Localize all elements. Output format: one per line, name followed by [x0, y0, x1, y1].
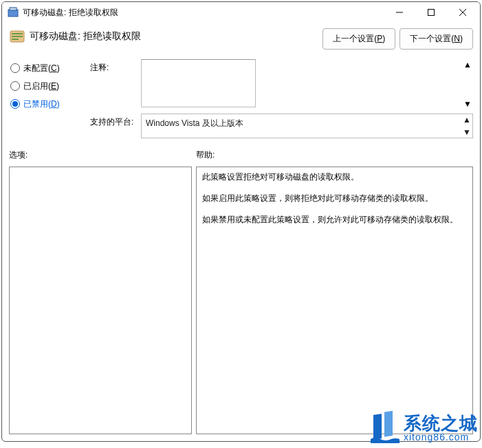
- section-labels: 选项: 帮助:: [2, 142, 480, 164]
- platform-row: 支持的平台: Windows Vista 及以上版本 ▲ ▼: [90, 114, 473, 138]
- options-panel: [9, 167, 192, 434]
- supported-platform-box: Windows Vista 及以上版本 ▲ ▼: [141, 114, 473, 138]
- next-setting-button[interactable]: 下一个设置(N): [399, 28, 473, 50]
- radio-circle-icon: [10, 63, 20, 73]
- previous-setting-button[interactable]: 上一个设置(P): [322, 28, 395, 50]
- next-btn-key: N: [454, 34, 460, 43]
- scroll-down-icon[interactable]: ▼: [463, 99, 472, 109]
- radio-circle-icon: [10, 99, 20, 109]
- panels-row: 此策略设置拒绝对可移动磁盘的读取权限。 如果启用此策略设置，则将拒绝对此可移动存…: [2, 164, 480, 441]
- svg-rect-1: [10, 8, 17, 10]
- next-btn-text: 下一个设置: [410, 34, 451, 43]
- watermark-text: 系统之城 xitong86.com: [404, 414, 478, 442]
- radio-label-dis: 已禁用(D): [23, 98, 60, 110]
- dis-key: D: [51, 99, 57, 109]
- scroll-down-icon[interactable]: ▼: [463, 127, 471, 137]
- nc-text: 未配置: [23, 63, 48, 73]
- help-panel: 此策略设置拒绝对可移动磁盘的读取权限。 如果启用此策略设置，则将拒绝对此可移动存…: [196, 167, 473, 434]
- window-title: 可移动磁盘: 拒绝读取权限: [23, 7, 384, 19]
- policy-title: 可移动磁盘: 拒绝读取权限: [30, 28, 322, 43]
- configuration-row: 未配置(C) 已启用(E) 已禁用(D) 注释: ▲ ▼ 支持的平台:: [2, 56, 480, 142]
- header-row: 可移动磁盘: 拒绝读取权限 上一个设置(P) 下一个设置(N): [2, 23, 480, 52]
- platform-value: Windows Vista 及以上版本: [146, 118, 243, 128]
- platform-label: 支持的平台:: [90, 114, 141, 138]
- radio-circle-icon: [10, 81, 20, 91]
- comment-label: 注释:: [90, 59, 141, 109]
- radio-label-nc: 未配置(C): [23, 63, 60, 74]
- options-label: 选项:: [9, 149, 196, 161]
- maximize-button[interactable]: [415, 2, 447, 23]
- radio-not-configured[interactable]: 未配置(C): [10, 59, 90, 77]
- watermark-name: 系统之城: [404, 414, 478, 432]
- comment-row: 注释: ▲ ▼: [90, 59, 473, 109]
- dis-text: 已禁用: [23, 99, 48, 109]
- help-label: 帮助:: [196, 149, 473, 161]
- svg-rect-8: [12, 36, 23, 37]
- radio-disabled[interactable]: 已禁用(D): [10, 95, 90, 113]
- window-controls: [384, 2, 479, 23]
- watermark-url: xitong86.com: [404, 432, 478, 442]
- svg-rect-9: [12, 39, 19, 40]
- radio-column: 未配置(C) 已启用(E) 已禁用(D): [10, 59, 90, 142]
- svg-rect-11: [384, 411, 393, 437]
- en-text: 已启用: [23, 81, 48, 91]
- watermark-logo-icon: [368, 410, 401, 445]
- scroll-up-icon[interactable]: ▲: [463, 115, 471, 125]
- help-paragraph: 如果启用此策略设置，则将拒绝对此可移动存储类的读取权限。: [202, 193, 467, 204]
- policy-icon: [9, 28, 25, 45]
- fields-column: 注释: ▲ ▼ 支持的平台: Windows Vista 及以上版本 ▲ ▼: [90, 59, 473, 142]
- radio-enabled[interactable]: 已启用(E): [10, 77, 90, 95]
- svg-rect-3: [428, 10, 435, 16]
- titlebar: 可移动磁盘: 拒绝读取权限: [2, 2, 480, 23]
- minimize-button[interactable]: [384, 2, 415, 23]
- en-key: E: [51, 81, 56, 91]
- scroll-up-icon[interactable]: ▲: [463, 60, 472, 70]
- app-icon: [8, 7, 19, 18]
- svg-rect-7: [12, 33, 23, 34]
- policy-editor-window: 可移动磁盘: 拒绝读取权限 可移动磁盘: 拒绝读取权限 上一个设置(P) 下一个…: [1, 1, 481, 442]
- comment-input[interactable]: [141, 59, 256, 107]
- prev-btn-text: 上一个设置: [333, 34, 374, 43]
- radio-label-en: 已启用(E): [23, 81, 59, 92]
- help-paragraph: 此策略设置拒绝对可移动磁盘的读取权限。: [202, 171, 467, 183]
- nc-key: C: [51, 63, 57, 73]
- prev-btn-key: P: [377, 34, 382, 43]
- close-button[interactable]: [447, 2, 479, 23]
- svg-rect-10: [373, 414, 382, 440]
- help-paragraph: 如果禁用或未配置此策略设置，则允许对此可移动存储类的读取权限。: [202, 214, 467, 226]
- nav-buttons: 上一个设置(P) 下一个设置(N): [322, 28, 473, 50]
- watermark: 系统之城 xitong86.com: [368, 410, 478, 445]
